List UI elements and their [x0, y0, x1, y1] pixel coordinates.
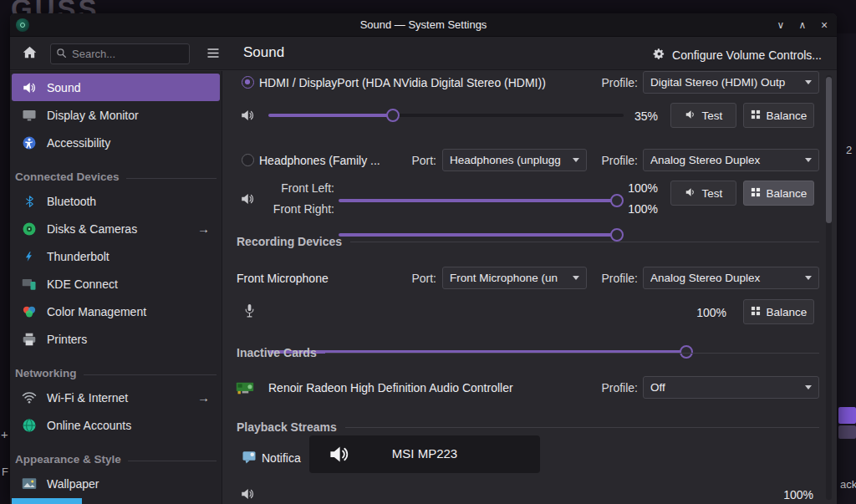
slider-handle[interactable]: [386, 109, 400, 122]
sidebar-item-wallpaper[interactable]: Wallpaper: [12, 470, 220, 497]
titlebar[interactable]: Sound — System Settings ∨ ∧ ×: [10, 13, 837, 37]
headphones-profile-dropdown[interactable]: Analog Stereo Duplex: [643, 149, 819, 171]
sidebar-item-wifi-internet[interactable]: Wi-Fi & Internet →: [12, 384, 220, 411]
configure-volume-controls-button[interactable]: Configure Volume Controls...: [653, 45, 822, 65]
sidebar: Sound Display & Monitor Accessibility Co…: [10, 71, 222, 504]
chevron-down-icon: [805, 276, 812, 280]
speaker-icon: [20, 80, 38, 95]
printer-icon: [20, 333, 38, 346]
inactive-card-profile-dropdown[interactable]: Off: [643, 376, 819, 399]
microphone-profile-label: Profile:: [574, 272, 638, 285]
slider-handle[interactable]: [610, 194, 624, 207]
shade-window-button[interactable]: ∨: [773, 18, 788, 33]
app-icon: [16, 18, 29, 32]
desktop-left-label-f: F: [2, 466, 8, 478]
front-left-label: Front Left:: [267, 181, 334, 195]
search-input[interactable]: [72, 48, 184, 60]
sidebar-section-networking: Networking: [10, 353, 222, 384]
wallpaper-icon: [20, 477, 38, 490]
sidebar-item-disks-cameras[interactable]: Disks & Cameras →: [12, 215, 220, 242]
speaker-icon: [240, 486, 255, 504]
sidebar-item-label: Color Management: [47, 305, 146, 318]
sidebar-item-thunderbolt[interactable]: Thunderbolt: [12, 242, 220, 270]
window-title: Sound — System Settings: [10, 18, 837, 31]
headphones-device-radio[interactable]: [242, 154, 254, 166]
content-scrollbar[interactable]: [826, 75, 832, 500]
speaker-icon: [685, 109, 696, 123]
sidebar-section-appearance-style: Appearance & Style: [10, 439, 222, 470]
hdmi-volume-slider[interactable]: [268, 109, 624, 122]
balance-icon: [751, 109, 761, 122]
microphone-device-label: Front Microphone: [237, 272, 329, 285]
close-window-button[interactable]: ×: [817, 18, 832, 33]
sidebar-item-accessibility[interactable]: Accessibility: [12, 129, 220, 156]
headphones-test-button[interactable]: Test: [670, 181, 736, 206]
kde-connect-icon: [20, 277, 38, 291]
front-left-percent: 100%: [623, 181, 658, 195]
speaker-icon: [685, 186, 696, 201]
test-button-label: Test: [702, 187, 723, 200]
hdmi-device-radio[interactable]: [242, 76, 254, 89]
front-left-slider[interactable]: [339, 194, 617, 207]
hdmi-profile-value: Digital Stereo (HDMI) Outp: [650, 76, 800, 89]
speaker-icon: [240, 191, 255, 210]
sidebar-item-label: Wi-Fi & Internet: [47, 391, 128, 405]
microphone-icon: [243, 303, 256, 323]
chevron-down-icon: [805, 80, 812, 84]
playback-streams-header: Playback Streams: [237, 420, 819, 434]
headphones-port-label: Port:: [390, 154, 436, 167]
headphones-balance-button[interactable]: Balance: [743, 181, 814, 206]
microphone-profile-dropdown[interactable]: Analog Stereo Duplex: [643, 267, 819, 289]
osd-device-name: MSI MP223: [309, 446, 540, 461]
sidebar-item-label: Printers: [47, 333, 87, 346]
headphones-port-dropdown[interactable]: Headphones (unplugg: [442, 149, 587, 171]
front-right-label: Front Right:: [267, 202, 334, 216]
home-button[interactable]: [18, 43, 41, 65]
sidebar-item-label: Display & Monitor: [47, 109, 139, 122]
monitor-icon: [20, 109, 38, 122]
test-button-label: Test: [702, 109, 723, 122]
gear-icon: [653, 48, 665, 63]
microphone-balance-button[interactable]: Balance: [743, 299, 814, 324]
hdmi-test-button[interactable]: Test: [670, 103, 736, 128]
chevron-down-icon: [805, 158, 812, 162]
stream-label: Notifica: [262, 451, 301, 465]
sidebar-item-printers[interactable]: Printers: [12, 325, 220, 353]
balance-icon: [751, 306, 761, 318]
microphone-port-dropdown[interactable]: Front Microphone (un: [442, 267, 587, 289]
inactive-card-label: Renoir Radeon High Definition Audio Cont…: [268, 381, 513, 395]
disk-icon: [20, 221, 38, 237]
sidebar-item-label: Sound: [47, 81, 80, 94]
sidebar-item-sound[interactable]: Sound: [12, 74, 220, 101]
hdmi-balance-button[interactable]: Balance: [743, 103, 814, 128]
sidebar-menu-button[interactable]: [201, 43, 226, 65]
desktop-right-label-bottom: ack: [840, 478, 856, 491]
volume-osd: MSI MP223: [309, 435, 540, 473]
page-title: Sound: [243, 44, 284, 61]
globe-icon: [20, 418, 38, 433]
headphones-port-value: Headphones (unplugg: [450, 154, 568, 166]
sidebar-item-color-management[interactable]: Color Management: [12, 298, 220, 325]
submenu-arrow-icon: →: [197, 221, 210, 236]
balance-button-label: Balance: [767, 187, 808, 200]
sidebar-item-bluetooth[interactable]: Bluetooth: [12, 187, 220, 215]
desktop-right-label-top: 2: [846, 144, 852, 156]
sidebar-item-online-accounts[interactable]: Online Accounts: [12, 411, 220, 439]
color-palette-icon: [20, 305, 38, 318]
scrollbar-handle[interactable]: [826, 77, 832, 223]
home-icon: [23, 46, 37, 62]
taskbar-highlight: [12, 498, 82, 504]
headphones-device-label: Headphones (Family ...: [259, 154, 380, 167]
hdmi-device-label: HDMI / DisplayPort (HDA NVidia Digital S…: [259, 76, 546, 89]
recording-devices-header: Recording Devices: [237, 235, 819, 248]
sidebar-item-kde-connect[interactable]: KDE Connect: [12, 270, 220, 298]
microphone-port-value: Front Microphone (un: [450, 272, 568, 284]
hdmi-profile-dropdown[interactable]: Digital Stereo (HDMI) Outp: [643, 71, 819, 94]
sidebar-item-display-monitor[interactable]: Display & Monitor: [12, 101, 220, 129]
speaker-icon: [240, 108, 255, 126]
sidebar-item-label: Accessibility: [47, 136, 110, 150]
sidebar-item-label: Bluetooth: [47, 195, 96, 208]
hamburger-icon: [206, 47, 220, 62]
maximize-window-button[interactable]: ∧: [795, 18, 810, 33]
search-field[interactable]: [50, 43, 190, 64]
